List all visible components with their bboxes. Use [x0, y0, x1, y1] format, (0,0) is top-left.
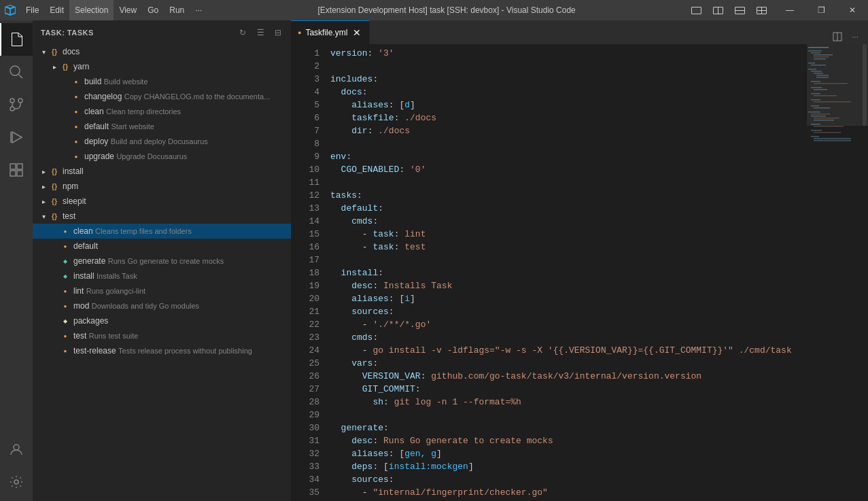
tree-label-test-install: install Installs Task [73, 271, 137, 281]
menu-more[interactable]: ··· [190, 0, 207, 20]
svg-rect-19 [17, 171, 22, 176]
svg-rect-42 [814, 95, 837, 97]
sidebar: TASK: TASKS ↻ ☰ ⊟ ▾ {} docs ▸ {} yarn [33, 20, 291, 501]
svg-rect-27 [814, 54, 833, 56]
menu-go[interactable]: Go [142, 0, 164, 20]
activity-search[interactable] [0, 56, 33, 88]
tab-taskfile[interactable]: ● Taskfile.yml ✕ [291, 20, 370, 44]
layout-btn-1[interactable] [686, 0, 706, 20]
tree-item-test-clean[interactable]: ▸ ● clean Cleans temp files and folders [33, 224, 291, 239]
tree-arrow-test-group: ▾ [38, 211, 49, 222]
svg-line-9 [19, 75, 23, 79]
tree-item-test-lint[interactable]: ▸ ● lint Runs golangci-lint [33, 283, 291, 298]
tree-item-docs-default[interactable]: ▸ ● default Start website [33, 119, 291, 134]
tree-icon-test-install: ◆ [60, 271, 71, 281]
svg-rect-18 [10, 171, 16, 176]
code-content[interactable]: version: '3' includes: docs: aliases: [d… [325, 44, 807, 501]
tree-icon-deploy: ● [71, 136, 82, 147]
tree-item-test-release[interactable]: ▸ ● test-release Tests release process w… [33, 343, 291, 358]
code-line-14: cmds: [330, 215, 807, 228]
main-layout: TASK: TASKS ↻ ☰ ⊟ ▾ {} docs ▸ {} yarn [0, 20, 868, 501]
minimize-button[interactable]: — [774, 0, 805, 20]
refresh-button[interactable]: ↻ [235, 25, 250, 40]
menu-view[interactable]: View [114, 0, 142, 20]
close-button[interactable]: ✕ [837, 0, 868, 20]
layout-btn-4[interactable] [751, 0, 771, 20]
code-line-9: env: [330, 150, 807, 163]
tree-item-test-test[interactable]: ▸ ● test Runs test suite [33, 328, 291, 343]
tree-label-test-clean: clean Cleans temp files and folders [73, 226, 192, 236]
code-line-35: - "internal/fingerprint/checker.go" [330, 486, 807, 499]
svg-rect-57 [814, 138, 851, 139]
tree-item-sleepit-group[interactable]: ▸ {} sleepit [33, 194, 291, 209]
svg-rect-31 [811, 65, 826, 66]
activity-run[interactable] [0, 121, 33, 154]
tree-item-docs-clean[interactable]: ▸ ● clean Clean temp directories [33, 104, 291, 119]
code-line-23: cmds: [330, 331, 807, 344]
tree-item-test-mod[interactable]: ▸ ● mod Downloads and tidy Go modules [33, 298, 291, 313]
tree-icon-npm-group: {} [49, 181, 60, 192]
svg-rect-39 [811, 87, 822, 88]
tree-icon-changelog: ● [71, 91, 82, 102]
menu-bar: File Edit Selection View Go Run ··· [20, 0, 207, 20]
tab-modified-dot: ● [298, 29, 301, 36]
tree-item-changelog[interactable]: ▸ ● changelog Copy CHANGELOG.md to the d… [33, 89, 291, 104]
menu-run[interactable]: Run [164, 0, 190, 20]
line-numbers: 12345 678910 1112131415 1617181920 21222… [291, 44, 325, 501]
code-line-1: version: '3' [330, 47, 807, 60]
tree-item-upgrade[interactable]: ▸ ● upgrade Upgrade Docusaurus [33, 149, 291, 164]
app-icon [0, 0, 20, 20]
activity-scm[interactable] [0, 88, 33, 121]
tab-close-button[interactable]: ✕ [351, 27, 362, 38]
menu-selection[interactable]: Selection [69, 0, 114, 20]
tree-item-test-packages[interactable]: ▸ ◆ packages [33, 313, 291, 328]
restore-button[interactable]: ❐ [805, 0, 837, 20]
tree-item-docs[interactable]: ▾ {} docs [33, 44, 291, 59]
layout-btn-2[interactable] [708, 0, 728, 20]
activity-account[interactable] [0, 433, 33, 466]
tree-label-test-mod: mod Downloads and tidy Go modules [73, 301, 199, 311]
tree-item-deploy[interactable]: ▸ ● deploy Build and deploy Docusaurus [33, 134, 291, 149]
menu-edit[interactable]: Edit [44, 0, 69, 20]
tree-label-test-generate: generate Runs Go generate to create mock… [73, 256, 224, 266]
tree-label-docs: docs [63, 47, 80, 56]
code-line-2 [330, 60, 807, 73]
tree-icon-install-group: {} [49, 166, 60, 177]
code-line-25: vars: [330, 357, 807, 370]
split-editor-button[interactable] [830, 29, 845, 44]
split-button[interactable]: ⊟ [271, 25, 285, 40]
tree-item-test-default[interactable]: ▸ ● default [33, 239, 291, 254]
list-button[interactable]: ☰ [253, 25, 268, 40]
activity-extensions[interactable] [0, 154, 33, 186]
more-actions-button[interactable]: ··· [848, 29, 863, 44]
code-line-11 [330, 176, 807, 189]
svg-rect-33 [811, 71, 822, 72]
tree-item-yarn[interactable]: ▸ {} yarn [33, 59, 291, 74]
svg-marker-14 [12, 132, 22, 143]
code-editor: 12345 678910 1112131415 1617181920 21222… [291, 44, 868, 501]
tree-item-test-install[interactable]: ▸ ◆ install Installs Task [33, 269, 291, 283]
tree-label-sleepit-group: sleepit [63, 196, 86, 206]
editor-area: ● Taskfile.yml ✕ ··· 12345 678910 111213… [291, 20, 868, 501]
code-line-10: CGO_ENABLED: '0' [330, 163, 807, 176]
tree-item-build[interactable]: ▸ ● build Build website [33, 74, 291, 89]
tree-item-test-group[interactable]: ▾ {} test [33, 209, 291, 224]
code-line-7: dir: ./docs [330, 124, 807, 137]
tree-icon-test-default: ● [60, 241, 71, 252]
layout-btn-3[interactable] [729, 0, 750, 20]
tree-item-install-group[interactable]: ▸ {} install [33, 164, 291, 179]
tree-label-test-release: test-release Tests release process witho… [73, 346, 252, 356]
svg-rect-37 [811, 81, 820, 82]
tree-label-test-test: test Runs test suite [73, 331, 138, 341]
tree-icon-build: ● [71, 76, 82, 87]
tree-item-npm-group[interactable]: ▸ {} npm [33, 179, 291, 194]
tree-label-changelog: changelog Copy CHANGELOG.md to the docum… [84, 92, 270, 101]
code-line-28: sh: git log -n 1 --format=%h [330, 396, 807, 409]
tree-arrow-yarn: ▸ [49, 61, 60, 72]
svg-rect-41 [811, 93, 820, 94]
code-line-33: deps: [install:mockgen] [330, 460, 807, 473]
activity-settings[interactable] [0, 466, 33, 498]
activity-explorer[interactable] [0, 23, 33, 56]
menu-file[interactable]: File [20, 0, 44, 20]
tree-item-test-generate[interactable]: ▸ ◆ generate Runs Go generate to create … [33, 254, 291, 269]
